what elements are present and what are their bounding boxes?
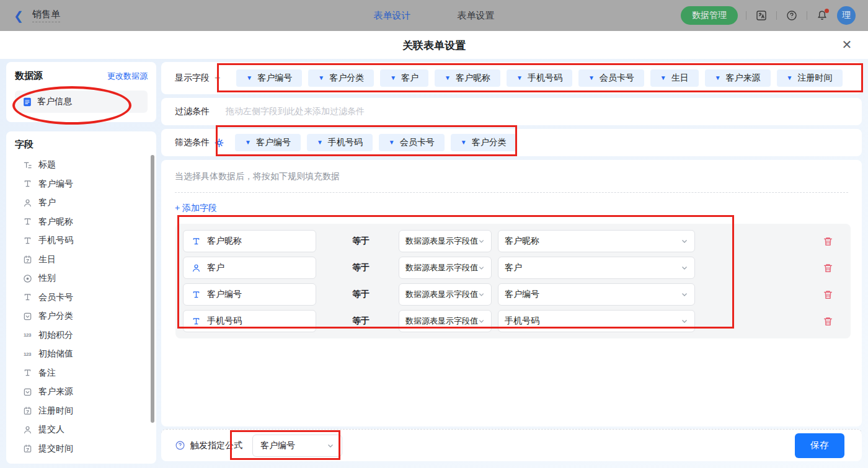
delete-icon[interactable] [823,289,833,300]
field-label: 初始储值 [38,348,73,360]
rules-card: 当选择具体数据后，将按如下规则填充数据 + 添加字段 客户昵称等于数据源表显示字… [161,160,862,426]
scrollbar[interactable] [151,155,154,423]
source-field-select[interactable]: 客户 [498,257,695,279]
notification-bell-icon[interactable] [815,9,829,22]
source-type-select[interactable]: 数据源表显示字段值 [399,230,492,252]
tab-form-design[interactable]: 表单设计 [374,10,411,22]
related-form-settings-screen: ❮ 销售单 表单设计 表单设置 数据管理 [0,0,868,468]
sidebar-field-item[interactable]: 性别 [15,269,156,288]
text-icon [191,236,201,246]
sidebar-field-item[interactable]: 提交时间 [15,439,156,459]
rule-target-field[interactable]: 客户 [183,257,316,279]
sidebar-field-item[interactable]: 注册时间 [15,402,156,421]
display-field-chip[interactable]: ▼客户分类 [308,69,374,87]
sidebar-field-item[interactable]: 生日 [15,250,156,270]
delete-icon[interactable] [823,316,833,327]
sidebar-field-item[interactable]: 客户 [15,193,156,213]
close-icon[interactable]: ✕ [839,37,854,52]
sidebar-field-item[interactable]: 标题 [15,156,156,175]
rule-field-label: 手机号码 [207,316,242,327]
sidebar-field-item[interactable]: 客户分类 [15,307,156,326]
sidebar-field-item[interactable]: 手机号码 [15,231,156,250]
rule-row: 手机号码等于数据源表显示字段值手机号码 [183,310,851,332]
delete-icon[interactable] [823,263,833,273]
screening-card: 筛选条件 ▼客户编号▼手机号码▼会员卡号▼客户分类 [161,129,862,156]
sidebar-field-item[interactable]: 会员卡号 [15,288,156,307]
number-icon: 123 [22,330,32,340]
chip-label: 手机号码 [528,73,562,84]
chip-label: 客户分类 [472,137,507,148]
modal-content: 数据源 更改数据源 客户信息 字段 标题客户编号客户客户昵称手机号码生日性别会员… [0,59,868,468]
display-field-chip[interactable]: ▼客户来源 [705,69,771,87]
data-manage-button[interactable]: 数据管理 [681,6,738,25]
translate-icon[interactable] [755,9,768,22]
datasource-title: 数据源 [15,70,43,82]
gear-icon[interactable] [215,138,224,148]
filter-dropzone[interactable]: 拖动左侧字段到此处来添加过滤条件 [226,106,365,117]
field-label: 生日 [38,254,56,265]
display-field-chip[interactable]: ▼会员卡号 [578,69,644,87]
add-field-link[interactable]: + 添加字段 [175,203,217,214]
sidebar-field-item[interactable]: 客户编号 [15,175,156,194]
caret-down-icon: ▼ [318,75,324,81]
form-name[interactable]: 销售单 [32,9,60,22]
screening-field-chip[interactable]: ▼客户分类 [451,134,516,151]
rule-target-field[interactable]: 客户编号 [183,283,316,306]
source-type-select[interactable]: 数据源表显示字段值 [399,257,492,279]
add-display-field-icon[interactable]: + [215,73,220,84]
display-field-chip[interactable]: ▼生日 [650,69,699,87]
avatar[interactable]: 理 [837,6,856,25]
display-field-chip[interactable]: ▼手机号码 [507,69,572,87]
help-icon[interactable] [785,9,799,22]
source-type-select[interactable]: 数据源表显示字段值 [399,283,492,306]
chevron-down-icon [681,264,688,272]
person-icon [191,263,201,273]
screening-field-chip[interactable]: ▼手机号码 [307,134,373,151]
field-label: 客户来源 [38,386,73,397]
sidebar-field-item[interactable]: 客户昵称 [15,213,156,232]
source-field-select[interactable]: 手机号码 [498,310,695,332]
field-label: 会员卡号 [38,292,73,303]
sidebar-field-item[interactable]: 123初始储值 [15,345,156,364]
source-field-select[interactable]: 客户昵称 [498,230,695,252]
screening-field-chip[interactable]: ▼会员卡号 [379,134,445,151]
sidebar-field-item[interactable]: 提交人 [15,420,156,439]
text-icon [191,289,201,299]
sidebar-field-item[interactable]: 123初始积分 [15,326,156,345]
sidebar-field-item[interactable]: 备注 [15,364,156,383]
equals-label: 等于 [352,262,399,273]
change-datasource-link[interactable]: 更改数据源 [107,71,148,82]
chip-label: 客户 [401,73,418,84]
field-label: 提交人 [38,424,64,435]
trigger-formula-select[interactable]: 客户编号 [252,435,342,457]
sidebar-field-item[interactable]: 客户来源 [15,382,156,402]
equals-label: 等于 [352,289,399,300]
footer-bar: 触发指定公式 客户编号 保存 [161,429,862,461]
tab-form-settings[interactable]: 表单设置 [458,10,495,22]
back-icon[interactable]: ❮ [14,10,24,22]
date-icon [22,444,32,454]
select-icon [22,387,32,397]
delete-icon[interactable] [823,236,833,247]
rule-target-field[interactable]: 手机号码 [183,310,316,332]
question-circle-icon[interactable] [175,440,185,451]
title-icon [22,160,32,170]
field-label: 初始积分 [38,330,73,341]
display-fields-label: 显示字段 [175,73,210,84]
rule-target-field[interactable]: 客户昵称 [183,230,316,252]
field-label: 提交时间 [38,443,73,454]
datasource-item[interactable]: 客户信息 [15,91,148,113]
chevron-down-icon [681,237,688,245]
text-icon [22,293,32,302]
save-button[interactable]: 保存 [795,433,844,458]
caret-down-icon: ▼ [390,75,396,81]
chip-label: 注册时间 [798,73,833,84]
source-type-select[interactable]: 数据源表显示字段值 [399,310,492,332]
display-field-chip[interactable]: ▼客户编号 [236,69,302,87]
display-field-chip[interactable]: ▼注册时间 [777,69,843,87]
source-field-select[interactable]: 客户编号 [498,283,695,306]
field-label: 标题 [38,159,56,170]
display-field-chip[interactable]: ▼客户 [380,69,428,87]
screening-field-chip[interactable]: ▼客户编号 [235,134,301,151]
display-field-chip[interactable]: ▼客户昵称 [435,69,500,87]
